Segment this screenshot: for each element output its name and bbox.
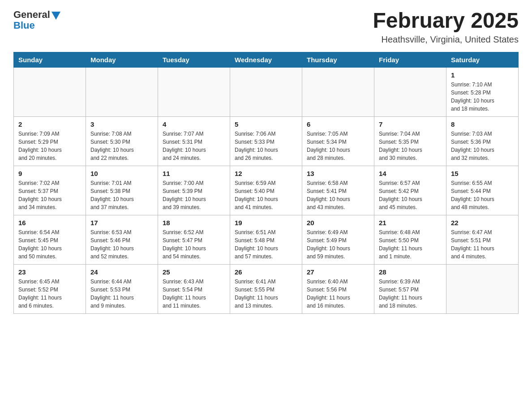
calendar-cell: 28Sunrise: 6:39 AM Sunset: 5:57 PM Dayli… [374, 264, 446, 313]
calendar-cell: 9Sunrise: 7:02 AM Sunset: 5:37 PM Daylig… [14, 166, 86, 215]
day-number: 23 [18, 268, 81, 276]
day-info: Sunrise: 6:41 AM Sunset: 5:55 PM Dayligh… [235, 278, 297, 310]
day-number: 18 [163, 219, 225, 227]
weekday-header-sunday: Sunday [14, 52, 86, 67]
day-info: Sunrise: 7:06 AM Sunset: 5:33 PM Dayligh… [235, 130, 297, 162]
day-number: 11 [163, 170, 225, 177]
calendar-cell: 14Sunrise: 6:57 AM Sunset: 5:42 PM Dayli… [374, 166, 446, 215]
day-number: 1 [451, 71, 514, 79]
day-info: Sunrise: 7:08 AM Sunset: 5:30 PM Dayligh… [90, 130, 153, 162]
day-info: Sunrise: 6:47 AM Sunset: 5:51 PM Dayligh… [451, 228, 514, 261]
calendar-cell: 22Sunrise: 6:47 AM Sunset: 5:51 PM Dayli… [446, 215, 519, 264]
calendar-header-row: SundayMondayTuesdayWednesdayThursdayFrid… [14, 52, 519, 67]
day-number: 28 [379, 268, 442, 276]
weekday-header-thursday: Thursday [302, 52, 374, 67]
day-info: Sunrise: 6:55 AM Sunset: 5:44 PM Dayligh… [451, 179, 514, 211]
day-info: Sunrise: 6:59 AM Sunset: 5:40 PM Dayligh… [235, 179, 297, 211]
title-section: February 2025 Heathsville, Virginia, Uni… [373, 9, 519, 45]
day-info: Sunrise: 7:05 AM Sunset: 5:34 PM Dayligh… [307, 130, 369, 162]
calendar-cell: 18Sunrise: 6:52 AM Sunset: 5:47 PM Dayli… [158, 215, 230, 264]
calendar-cell: 2Sunrise: 7:09 AM Sunset: 5:29 PM Daylig… [14, 116, 86, 166]
calendar-cell: 3Sunrise: 7:08 AM Sunset: 5:30 PM Daylig… [86, 116, 158, 166]
calendar-cell: 23Sunrise: 6:45 AM Sunset: 5:52 PM Dayli… [14, 264, 86, 313]
weekday-header-wednesday: Wednesday [230, 52, 302, 67]
calendar-cell [374, 67, 446, 116]
day-number: 22 [451, 219, 514, 227]
day-info: Sunrise: 6:44 AM Sunset: 5:53 PM Dayligh… [90, 278, 153, 310]
day-info: Sunrise: 7:01 AM Sunset: 5:38 PM Dayligh… [90, 179, 153, 211]
day-number: 5 [235, 120, 297, 128]
page-header: General Blue February 2025 Heathsville, … [13, 9, 519, 45]
calendar-cell [86, 67, 158, 116]
calendar-cell: 19Sunrise: 6:51 AM Sunset: 5:48 PM Dayli… [230, 215, 302, 264]
logo-blue-text: Blue [13, 20, 35, 31]
day-info: Sunrise: 7:03 AM Sunset: 5:36 PM Dayligh… [451, 130, 514, 162]
calendar-cell: 20Sunrise: 6:49 AM Sunset: 5:49 PM Dayli… [302, 215, 374, 264]
month-title: February 2025 [373, 9, 519, 33]
day-number: 6 [307, 120, 369, 128]
day-number: 8 [451, 120, 514, 128]
calendar-cell: 6Sunrise: 7:05 AM Sunset: 5:34 PM Daylig… [302, 116, 374, 166]
day-info: Sunrise: 6:39 AM Sunset: 5:57 PM Dayligh… [379, 278, 442, 310]
calendar-cell [230, 67, 302, 116]
day-number: 9 [18, 170, 81, 177]
calendar-cell: 24Sunrise: 6:44 AM Sunset: 5:53 PM Dayli… [86, 264, 158, 313]
calendar-week-2: 2Sunrise: 7:09 AM Sunset: 5:29 PM Daylig… [14, 116, 519, 166]
day-number: 25 [163, 268, 225, 276]
day-number: 10 [90, 170, 153, 177]
logo-general-text: General [13, 9, 50, 21]
calendar-week-4: 16Sunrise: 6:54 AM Sunset: 5:45 PM Dayli… [14, 215, 519, 264]
day-info: Sunrise: 6:54 AM Sunset: 5:45 PM Dayligh… [18, 228, 81, 261]
day-info: Sunrise: 7:00 AM Sunset: 5:39 PM Dayligh… [163, 179, 225, 211]
calendar-cell: 12Sunrise: 6:59 AM Sunset: 5:40 PM Dayli… [230, 166, 302, 215]
calendar-cell: 4Sunrise: 7:07 AM Sunset: 5:31 PM Daylig… [158, 116, 230, 166]
day-number: 27 [307, 268, 369, 276]
day-number: 13 [307, 170, 369, 177]
calendar-table: SundayMondayTuesdayWednesdayThursdayFrid… [13, 52, 519, 314]
calendar-cell: 8Sunrise: 7:03 AM Sunset: 5:36 PM Daylig… [446, 116, 519, 166]
day-info: Sunrise: 7:07 AM Sunset: 5:31 PM Dayligh… [163, 130, 225, 162]
calendar-cell: 27Sunrise: 6:40 AM Sunset: 5:56 PM Dayli… [302, 264, 374, 313]
calendar-cell [302, 67, 374, 116]
day-info: Sunrise: 6:49 AM Sunset: 5:49 PM Dayligh… [307, 228, 369, 261]
day-info: Sunrise: 6:48 AM Sunset: 5:50 PM Dayligh… [379, 228, 442, 261]
day-info: Sunrise: 7:09 AM Sunset: 5:29 PM Dayligh… [18, 130, 81, 162]
calendar-cell: 26Sunrise: 6:41 AM Sunset: 5:55 PM Dayli… [230, 264, 302, 313]
day-info: Sunrise: 7:02 AM Sunset: 5:37 PM Dayligh… [18, 179, 81, 211]
calendar-cell: 25Sunrise: 6:43 AM Sunset: 5:54 PM Dayli… [158, 264, 230, 313]
day-number: 16 [18, 219, 81, 227]
day-number: 15 [451, 170, 514, 177]
calendar-cell [446, 264, 519, 313]
calendar-cell: 17Sunrise: 6:53 AM Sunset: 5:46 PM Dayli… [86, 215, 158, 264]
calendar-cell [158, 67, 230, 116]
logo: General Blue [13, 9, 60, 31]
day-number: 24 [90, 268, 153, 276]
day-info: Sunrise: 7:04 AM Sunset: 5:35 PM Dayligh… [379, 130, 442, 162]
calendar-cell: 21Sunrise: 6:48 AM Sunset: 5:50 PM Dayli… [374, 215, 446, 264]
calendar-cell: 5Sunrise: 7:06 AM Sunset: 5:33 PM Daylig… [230, 116, 302, 166]
weekday-header-friday: Friday [374, 52, 446, 67]
weekday-header-saturday: Saturday [446, 52, 519, 67]
day-info: Sunrise: 6:40 AM Sunset: 5:56 PM Dayligh… [307, 278, 369, 310]
calendar-week-1: 1Sunrise: 7:10 AM Sunset: 5:28 PM Daylig… [14, 67, 519, 116]
day-number: 17 [90, 219, 153, 227]
weekday-header-tuesday: Tuesday [158, 52, 230, 67]
day-info: Sunrise: 6:45 AM Sunset: 5:52 PM Dayligh… [18, 278, 81, 310]
day-number: 2 [18, 120, 81, 128]
calendar-cell [14, 67, 86, 116]
day-number: 20 [307, 219, 369, 227]
weekday-header-monday: Monday [86, 52, 158, 67]
day-info: Sunrise: 6:51 AM Sunset: 5:48 PM Dayligh… [235, 228, 297, 261]
day-info: Sunrise: 6:43 AM Sunset: 5:54 PM Dayligh… [163, 278, 225, 310]
day-number: 21 [379, 219, 442, 227]
day-info: Sunrise: 6:52 AM Sunset: 5:47 PM Dayligh… [163, 228, 225, 261]
day-number: 3 [90, 120, 153, 128]
calendar-week-5: 23Sunrise: 6:45 AM Sunset: 5:52 PM Dayli… [14, 264, 519, 313]
day-number: 7 [379, 120, 442, 128]
day-number: 14 [379, 170, 442, 177]
day-number: 4 [163, 120, 225, 128]
calendar-cell: 13Sunrise: 6:58 AM Sunset: 5:41 PM Dayli… [302, 166, 374, 215]
calendar-cell: 7Sunrise: 7:04 AM Sunset: 5:35 PM Daylig… [374, 116, 446, 166]
day-number: 19 [235, 219, 297, 227]
day-info: Sunrise: 6:58 AM Sunset: 5:41 PM Dayligh… [307, 179, 369, 211]
